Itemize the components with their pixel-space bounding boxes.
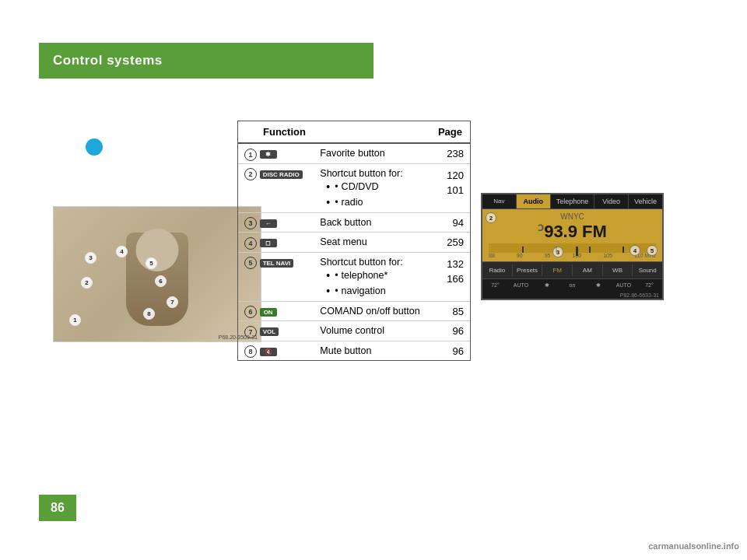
row-icon: VOL [260,327,279,336]
header-banner: Control systems [39,43,374,79]
row-page: 120101 [430,163,470,212]
radio-nav-bar: Nav Audio Telephone Video Vehicle [482,194,662,209]
col-page: Page [430,121,470,143]
table-row: 7 VOLVolume control96 [238,321,470,341]
radio-btn-fm[interactable]: FM [542,264,573,276]
radio-nav-nav[interactable]: Nav [482,194,517,208]
col-function: Function [238,121,430,143]
radio-buttons-row: Radio Presets FM AM WB Sound [482,261,662,278]
table-row: 6 ONCOMAND on/off button85 [238,301,470,321]
row-function: Shortcut button for:•telephone*•navigati… [314,252,429,301]
radio-label-2: 2 [486,212,496,223]
radio-temp-left: 72° [482,281,508,290]
frequency-display: ↄ93.9 FM [489,221,656,242]
row-num-icon: 8 🔇 [238,341,314,360]
function-table: Function Page 1 ✱Favorite button2382 DIS… [237,121,471,361]
row-num-icon: 5 TEL NAVI [238,252,314,301]
row-num-icon: 7 VOL [238,321,314,341]
table-row: 5 TEL NAVIShortcut button for:•telephone… [238,252,470,301]
table-row: 4 ◻Seat menu259 [238,233,470,253]
station-name: WNYC [489,212,656,221]
table-row: 2 DISC RADIOShortcut button for:•CD/DVD•… [238,163,470,212]
row-icon: ◻ [260,239,277,247]
radio-btn-presets[interactable]: Presets [513,264,543,276]
row-icon: DISC RADIO [260,170,303,179]
radio-btn-wb[interactable]: WB [603,264,633,276]
radio-star-left: ✱ [534,281,559,290]
table-row: 8 🔇Mute button96 [238,341,470,360]
radio-btn-radio[interactable]: Radio [482,264,513,276]
row-page: 85 [430,301,470,321]
bullet-page: 132 [436,257,464,271]
car-image: 3 4 5 2 6 7 8 1 P68.20-3509-31 [53,206,261,342]
car-label-5: 5 [146,257,157,269]
radio-scale: 3 889095100105110 MHz 4 5 [482,243,662,261]
row-page: 238 [430,143,470,163]
row-page: 94 [430,212,470,233]
radio-nav-vehicle[interactable]: Vehicle [629,194,662,208]
page-title: Control systems [53,53,163,68]
radio-on: on [559,281,585,290]
car-label-3: 3 [85,252,96,264]
row-function: Favorite button [314,143,429,163]
row-num-icon: 1 ✱ [238,143,314,163]
row-function: COMAND on/off button [314,301,429,321]
radio-station-area: 2 WNYC ↄ93.9 FM [482,209,662,243]
radio-temp-right: 72° [637,281,662,290]
car-interior-diagram: 3 4 5 2 6 7 8 1 P68.20-3509-31 [54,207,261,341]
radio-auto-left: AUTO [508,281,534,290]
car-label-8: 8 [143,308,155,320]
row-icon: ✱ [260,150,277,159]
row-num-icon: 2 DISC RADIO [238,163,314,212]
radio-nav-video[interactable]: Video [594,194,629,208]
radio-auto-right: AUTO [611,281,637,290]
bullet-item: •radio [320,194,423,210]
radio-btn-am[interactable]: AM [573,264,603,276]
row-function: Mute button [314,341,429,360]
radio-star-right: ✱ [585,281,611,290]
car-label-7: 7 [167,296,178,308]
car-label-6: 6 [155,275,167,287]
radio-nav-telephone[interactable]: Telephone [551,194,595,208]
car-label-4: 4 [116,246,128,257]
watermark: carmanualsonline.info [648,541,739,551]
bullet-page: 101 [436,183,464,198]
row-function: Seat menu [314,233,429,253]
table-row: 3 ←Back button94 [238,212,470,233]
row-page: 259 [430,233,470,253]
row-num-icon: 3 ← [238,212,314,233]
row-num-icon: 6 ON [238,301,314,321]
row-icon: ON [260,308,277,317]
row-icon: TEL NAVI [260,259,294,268]
row-function: Shortcut button for:•CD/DVD•radio [314,163,429,212]
row-num-icon: 4 ◻ [238,233,314,253]
radio-btn-sound[interactable]: Sound [633,264,662,276]
bullet-item: •CD/DVD [320,179,423,194]
bullet-page: 166 [436,271,464,286]
bullet-page: 120 [436,168,464,183]
page-number: 86 [51,501,65,515]
radio-display: Nav Audio Telephone Video Vehicle 1 2 WN… [481,193,664,300]
car-label-1: 1 [69,314,81,326]
bullet-item: •telephone* [320,268,423,283]
radio-nav-audio[interactable]: Audio [517,194,551,208]
row-page: 96 [430,321,470,341]
table-row: 1 ✱Favorite button238 [238,143,470,163]
bullet-item: •navigation [320,283,423,299]
row-icon: ← [260,219,277,228]
section-dot [86,138,103,156]
radio-bottom-row: 72° AUTO ✱ on ✱ AUTO 72° [482,278,662,292]
row-page: 132166 [430,252,470,301]
row-page: 96 [430,341,470,360]
page-number-box: 86 [39,495,76,521]
radio-photo-ref: P82.86-6633-31 [482,292,662,299]
car-label-2: 2 [81,277,93,289]
row-function: Back button [314,212,429,233]
row-icon: 🔇 [260,348,277,356]
row-function: Volume control [314,321,429,341]
